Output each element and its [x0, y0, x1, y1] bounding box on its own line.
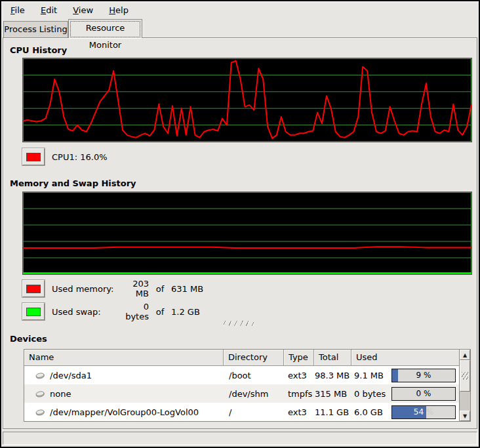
menu-file[interactable]: File	[4, 1, 31, 18]
device-total: 11.1 GB	[314, 407, 351, 417]
cpu-color-button[interactable]	[22, 148, 45, 165]
swap-color-swatch	[26, 308, 41, 316]
menu-edit[interactable]: Edit	[34, 1, 64, 18]
system-monitor-window: File Edit View Help Process Listing Reso…	[1, 1, 479, 447]
pane-resize-grip[interactable]	[224, 321, 254, 326]
used-progressbar: 9 % 9 %	[391, 369, 456, 382]
disk-icon	[35, 407, 45, 417]
memory-of-text: of	[149, 284, 171, 294]
memory-swap-title: Memory and Swap History	[10, 178, 136, 188]
cpu-legend-label: CPU1: 16.0%	[52, 152, 108, 162]
device-name: none	[50, 389, 71, 399]
swap-used-value: 0 bytes	[117, 302, 149, 321]
status-bar	[3, 432, 477, 445]
resource-monitor-page: CPU History CPU1: 16.0% Memory and Swap …	[3, 37, 477, 429]
device-name: /dev/sda1	[50, 371, 92, 380]
menu-bar: File Edit View Help	[1, 1, 479, 20]
cpu-history-graph	[22, 58, 472, 142]
cpu-color-swatch	[26, 153, 41, 161]
header-total[interactable]: Total	[314, 350, 351, 366]
used-progress-fill: 54 %	[392, 406, 426, 418]
header-used[interactable]: Used	[351, 350, 459, 366]
scroll-up-button[interactable]: ▲	[460, 350, 470, 360]
used-percent-label: 0 %	[392, 388, 455, 400]
devices-table-body: Name Directory Type Total Used /dev/sda1…	[24, 350, 459, 421]
cpu-legend-row: CPU1: 16.0%	[22, 148, 108, 165]
memory-total-value: 631 MB	[171, 284, 203, 294]
tab-process-listing[interactable]: Process Listing	[3, 21, 68, 37]
cpu-history-title: CPU History	[10, 45, 67, 55]
device-type: tmpfs	[284, 389, 314, 399]
device-used: 0 bytes	[354, 389, 386, 399]
memory-legend-row: Used memory: 203 MB of 631 MB	[22, 280, 203, 297]
device-used: 9.1 MB	[354, 371, 384, 380]
memory-color-swatch	[26, 285, 41, 293]
memory-swap-graph	[22, 192, 472, 275]
header-name[interactable]: Name	[24, 350, 224, 366]
scrollbar-track[interactable]	[460, 360, 470, 411]
scrollbar-thumb[interactable]	[460, 360, 470, 392]
header-directory[interactable]: Directory	[224, 350, 284, 366]
device-directory: /dev/shm	[224, 389, 284, 399]
device-directory: /	[224, 407, 284, 417]
used-progressbar: 54 % 54 %	[391, 405, 456, 419]
device-used: 6.0 GB	[354, 407, 383, 417]
used-percent-label: 9 %	[392, 369, 455, 382]
used-progress-fill: 9 %	[392, 369, 398, 382]
device-total: 98.3 MB	[314, 371, 351, 380]
scroll-down-button[interactable]: ▼	[460, 411, 470, 421]
devices-vertical-scrollbar[interactable]: ▲ ▼	[459, 350, 470, 421]
device-total: 315 MB	[314, 389, 351, 399]
device-type: ext3	[284, 371, 314, 380]
window-frame: File Edit View Help Process Listing Reso…	[0, 0, 480, 448]
memory-used-value: 203 MB	[117, 279, 149, 298]
device-directory: /boot	[224, 371, 284, 380]
menu-help[interactable]: Help	[102, 1, 135, 18]
swap-legend-label: Used swap:	[52, 307, 117, 317]
disk-icon	[35, 370, 45, 380]
devices-title: Devices	[10, 334, 47, 344]
disk-icon	[35, 388, 45, 399]
table-row-none[interactable]: none /dev/shm tmpfs 315 MB 0 bytes 0 % 0…	[24, 384, 459, 403]
table-row-volgroup[interactable]: /dev/mapper/VolGroup00-LogVol00 / ext3 1…	[24, 403, 459, 421]
devices-header-row: Name Directory Type Total Used	[24, 350, 459, 366]
menu-view[interactable]: View	[66, 1, 100, 18]
devices-table: Name Directory Type Total Used /dev/sda1…	[24, 349, 471, 422]
device-type: ext3	[284, 407, 314, 417]
swap-color-button[interactable]	[22, 303, 45, 320]
scroll-down-icon: ▼	[463, 413, 467, 419]
scroll-up-icon: ▲	[463, 352, 467, 358]
used-progressbar: 0 % 0 %	[391, 387, 456, 401]
memory-color-button[interactable]	[22, 280, 45, 297]
swap-total-value: 1.2 GB	[171, 307, 200, 317]
scrollbar-grip-icon	[462, 372, 468, 380]
tab-resource-monitor-label: Resource Monitor	[86, 23, 125, 50]
swap-legend-row: Used swap: 0 bytes of 1.2 GB	[22, 303, 200, 320]
table-row-dev-sda1[interactable]: /dev/sda1 /boot ext3 98.3 MB 9.1 MB 9 % …	[24, 366, 459, 384]
memory-legend-label: Used memory:	[52, 284, 117, 294]
device-name: /dev/mapper/VolGroup00-LogVol00	[50, 407, 199, 417]
header-type[interactable]: Type	[284, 350, 314, 366]
swap-of-text: of	[149, 307, 171, 317]
notebook-tabstrip: Process Listing Resource Monitor	[3, 19, 477, 37]
tab-resource-monitor[interactable]: Resource Monitor	[68, 19, 142, 38]
